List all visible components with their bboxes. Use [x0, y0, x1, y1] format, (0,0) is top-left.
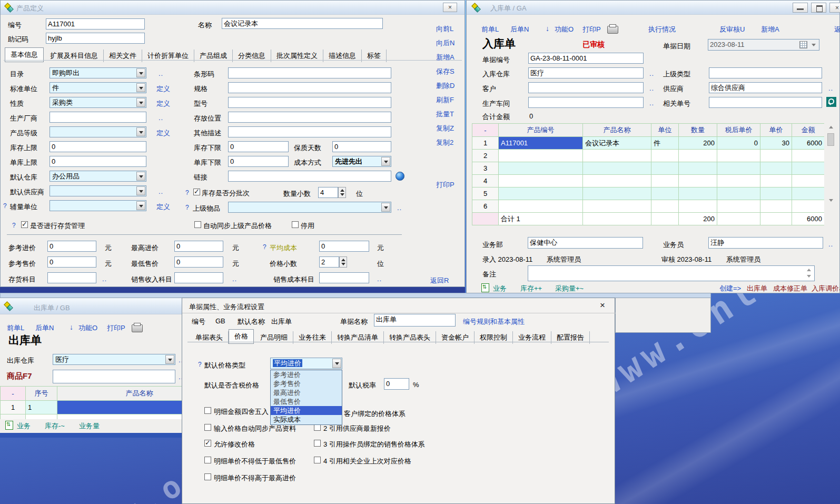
action-copy2[interactable]: 复制2	[436, 138, 453, 147]
date-dropdown-icon[interactable]	[812, 44, 816, 46]
col-header-dash[interactable]: -	[1, 387, 26, 401]
price-decimal-input[interactable]: 2	[319, 256, 339, 268]
sync-product-checkbox[interactable]	[204, 424, 211, 431]
exec-status-link[interactable]: 执行情况	[648, 25, 676, 34]
taxprice-cell[interactable]: 0	[717, 137, 760, 150]
col-header-code[interactable]: 产品编号	[499, 124, 583, 137]
grade-combo[interactable]	[50, 126, 146, 137]
row-number-cell[interactable]: 3	[472, 162, 499, 175]
ref-sell-input[interactable]: 0	[47, 256, 96, 268]
next-doc-link[interactable]: 后单N	[35, 323, 54, 333]
dept-input[interactable]: 保健中心	[528, 237, 643, 249]
next-doc-link[interactable]: 后单N	[510, 25, 529, 34]
prev-doc-link[interactable]: 前单L	[7, 323, 24, 333]
maximize-button[interactable]	[811, 3, 826, 13]
qty-decimal-stepper[interactable]	[338, 187, 346, 198]
close-button[interactable]: ×	[443, 3, 457, 12]
col-header-seq[interactable]: 序号	[26, 387, 57, 401]
unit-combo[interactable]: 件	[50, 82, 146, 93]
combo-arrow-icon[interactable]	[332, 359, 341, 368]
outbound-warehouse-combo[interactable]: 医疗	[53, 354, 175, 365]
catalog-combo[interactable]: 即购即出	[50, 67, 146, 78]
cost-subject-input[interactable]	[319, 272, 369, 283]
option-ref-buy[interactable]: 参考进价	[271, 370, 342, 379]
tax-rate-input[interactable]: 0	[384, 378, 409, 390]
create-price-adj-link[interactable]: 入库调价单	[812, 284, 840, 293]
col-header-name[interactable]: 产品名称	[583, 124, 651, 137]
unaudit-link[interactable]: 反审核U	[719, 25, 745, 34]
default-supplier-combo[interactable]	[50, 185, 146, 196]
scroll-down-icon[interactable]	[829, 199, 833, 202]
single-lower-input[interactable]: 0	[228, 156, 289, 167]
row-number-cell[interactable]: 6	[472, 200, 499, 213]
minimize-button[interactable]	[793, 3, 808, 13]
option-avg-buy-selected[interactable]: 平均进价	[271, 406, 342, 415]
action-refresh[interactable]: 刷新F	[436, 95, 454, 105]
col-header-product-name[interactable]: 产品名称	[57, 387, 183, 401]
warehouse-more-button[interactable]: ..	[649, 70, 654, 77]
row-number-cell[interactable]: 5	[472, 187, 499, 200]
related-no-input[interactable]	[709, 97, 822, 108]
income-subject-input[interactable]	[174, 272, 223, 283]
parent-type-input[interactable]	[709, 67, 822, 78]
grade-define-link[interactable]: 定义	[156, 129, 170, 138]
unit-cell[interactable]: 件	[651, 137, 679, 150]
qty-cell[interactable]: 200	[679, 137, 717, 150]
amount-cell[interactable]: 6000	[792, 137, 825, 150]
shelf-days-input[interactable]: 0	[332, 141, 391, 152]
model-input[interactable]	[228, 97, 391, 108]
parent-item-more-button[interactable]: ..	[397, 204, 402, 212]
product-name-cell-selected[interactable]	[57, 401, 183, 414]
row-number-cell[interactable]: 1	[472, 137, 499, 150]
scroll-up-icon[interactable]	[829, 126, 833, 129]
action-print[interactable]: 打印P	[436, 180, 454, 190]
price-cell[interactable]: 30	[760, 137, 792, 150]
stock-subject-more-button[interactable]: ..	[102, 275, 107, 283]
combo-arrow-icon[interactable]	[136, 186, 145, 195]
combo-arrow-icon[interactable]	[136, 98, 145, 107]
clerk-input[interactable]: 汪静	[708, 237, 823, 249]
printer-icon[interactable]	[607, 26, 618, 34]
purchase-qty-link[interactable]: 采购量+~	[555, 284, 584, 293]
cost-method-combo[interactable]: 先进先出	[332, 156, 391, 167]
supplier-more-button[interactable]: ..	[159, 187, 163, 195]
help-icon[interactable]: ?	[198, 361, 202, 368]
location-input[interactable]	[228, 112, 391, 123]
stock-link[interactable]: 库存-~	[45, 421, 65, 431]
supplier-input[interactable]: 综合供应商	[709, 82, 822, 93]
action-back[interactable]: 返回R	[430, 276, 449, 285]
inventory-mgmt-checkbox[interactable]	[21, 221, 28, 228]
numbering-rules-link[interactable]: 编号规则和基本属性	[463, 317, 525, 327]
outbound-titlebar[interactable]	[0, 298, 182, 314]
col-header-unit[interactable]: 单位	[651, 124, 679, 137]
stock-upper-input[interactable]: 0	[50, 141, 146, 152]
default-warehouse-combo[interactable]: 办公用品	[50, 171, 146, 182]
clerk-more-button[interactable]: ..	[828, 240, 833, 248]
combo-arrow-icon[interactable]	[165, 355, 174, 364]
calendar-icon[interactable]	[799, 41, 807, 48]
round-amount-checkbox[interactable]	[204, 407, 211, 414]
action-next[interactable]: 向后N	[436, 38, 454, 48]
create-cost-fix-link[interactable]: 成本修正单	[773, 284, 807, 293]
action-add[interactable]: 新增A	[436, 53, 454, 62]
code-cell-selected[interactable]: A117001	[499, 137, 583, 150]
combo-arrow-icon[interactable]	[136, 68, 145, 77]
supplier-more-button[interactable]: ..	[828, 84, 833, 92]
option-max-buy[interactable]: 最高进价	[271, 388, 342, 397]
name-input[interactable]: 会议记录本	[222, 18, 383, 29]
print-link[interactable]: 打印P	[107, 323, 125, 333]
option-min-sell[interactable]: 最低售价	[271, 397, 342, 406]
back-link[interactable]: 返回R	[834, 25, 840, 34]
action-save[interactable]: 保存S	[436, 67, 454, 76]
avg-cost-input[interactable]: 0	[319, 241, 369, 252]
other-desc-input[interactable]	[228, 126, 391, 137]
row-number-cell[interactable]: 2	[472, 150, 499, 162]
barcode-input[interactable]	[228, 67, 391, 78]
price-type-combo[interactable]: 平均进价	[270, 358, 342, 369]
income-subject-more-button[interactable]: ..	[232, 275, 237, 283]
stock-lower-input[interactable]: 0	[228, 141, 289, 152]
link-input[interactable]	[228, 171, 391, 182]
spec-input[interactable]	[228, 82, 391, 93]
dialog-close-icon[interactable]: ×	[600, 300, 605, 311]
close-button[interactable]: ×	[829, 3, 840, 13]
